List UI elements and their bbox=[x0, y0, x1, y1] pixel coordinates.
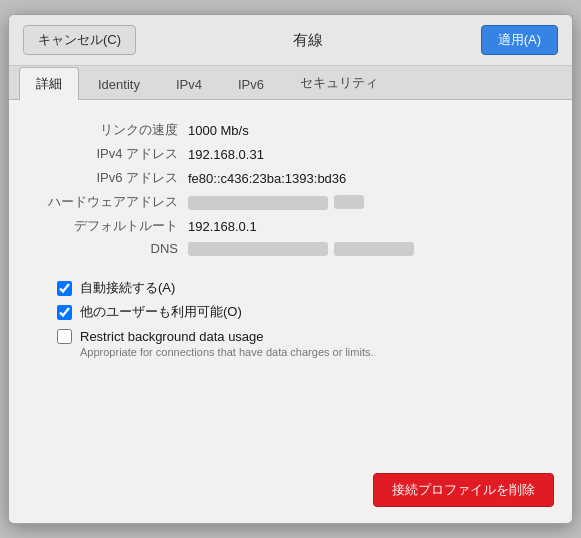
info-table: リンクの速度 1000 Mb/s IPv4 アドレス 192.168.0.31 … bbox=[33, 118, 548, 259]
delete-profile-button[interactable]: 接続プロファイルを削除 bbox=[373, 473, 554, 507]
value-hw-address-2 bbox=[334, 195, 364, 209]
tab-ipv4[interactable]: IPv4 bbox=[159, 69, 219, 99]
label-link-speed: リンクの速度 bbox=[33, 121, 188, 139]
restrict-bg-sublabel: Appropriate for connections that have da… bbox=[80, 346, 374, 358]
dialog-header: キャンセル(C) 有線 適用(A) bbox=[9, 15, 572, 66]
restrict-bg-row: Restrict background data usage Appropria… bbox=[57, 327, 548, 358]
all-users-row: 他のユーザーも利用可能(O) bbox=[57, 303, 548, 321]
all-users-checkbox[interactable] bbox=[57, 305, 72, 320]
value-link-speed: 1000 Mb/s bbox=[188, 123, 249, 138]
tab-bar: 詳細 Identity IPv4 IPv6 セキュリティ bbox=[9, 66, 572, 100]
table-row: IPv6 アドレス fe80::c436:23ba:1393:bd36 bbox=[33, 166, 548, 190]
dialog-footer: 接続プロファイルを削除 bbox=[9, 463, 572, 523]
table-row: リンクの速度 1000 Mb/s bbox=[33, 118, 548, 142]
checkbox-section: 自動接続する(A) 他のユーザーも利用可能(O) Restrict backgr… bbox=[33, 279, 548, 358]
label-ipv6: IPv6 アドレス bbox=[33, 169, 188, 187]
details-content: リンクの速度 1000 Mb/s IPv4 アドレス 192.168.0.31 … bbox=[9, 100, 572, 463]
label-hw-address: ハードウェアアドレス bbox=[33, 193, 188, 211]
all-users-label[interactable]: 他のユーザーも利用可能(O) bbox=[80, 303, 242, 321]
restrict-bg-checkbox[interactable] bbox=[57, 329, 72, 344]
value-dns-2 bbox=[334, 242, 414, 256]
auto-connect-checkbox[interactable] bbox=[57, 281, 72, 296]
value-dns bbox=[188, 242, 328, 256]
network-dialog: キャンセル(C) 有線 適用(A) 詳細 Identity IPv4 IPv6 … bbox=[8, 14, 573, 524]
dialog-title: 有線 bbox=[293, 31, 323, 50]
value-ipv6: fe80::c436:23ba:1393:bd36 bbox=[188, 171, 346, 186]
table-row: デフォルトルート 192.168.0.1 bbox=[33, 214, 548, 238]
value-default-route: 192.168.0.1 bbox=[188, 219, 257, 234]
restrict-bg-label[interactable]: Restrict background data usage bbox=[80, 329, 264, 344]
table-row: ハードウェアアドレス bbox=[33, 190, 548, 214]
label-ipv4: IPv4 アドレス bbox=[33, 145, 188, 163]
table-row: DNS bbox=[33, 238, 548, 259]
tab-identity[interactable]: Identity bbox=[81, 69, 157, 99]
tab-ipv6[interactable]: IPv6 bbox=[221, 69, 281, 99]
value-ipv4: 192.168.0.31 bbox=[188, 147, 264, 162]
value-hw-address bbox=[188, 196, 328, 210]
auto-connect-label[interactable]: 自動接続する(A) bbox=[80, 279, 175, 297]
cancel-button[interactable]: キャンセル(C) bbox=[23, 25, 136, 55]
tab-security[interactable]: セキュリティ bbox=[283, 66, 395, 99]
table-row: IPv4 アドレス 192.168.0.31 bbox=[33, 142, 548, 166]
label-default-route: デフォルトルート bbox=[33, 217, 188, 235]
tab-details[interactable]: 詳細 bbox=[19, 67, 79, 100]
label-dns: DNS bbox=[33, 241, 188, 256]
auto-connect-row: 自動接続する(A) bbox=[57, 279, 548, 297]
apply-button[interactable]: 適用(A) bbox=[481, 25, 558, 55]
